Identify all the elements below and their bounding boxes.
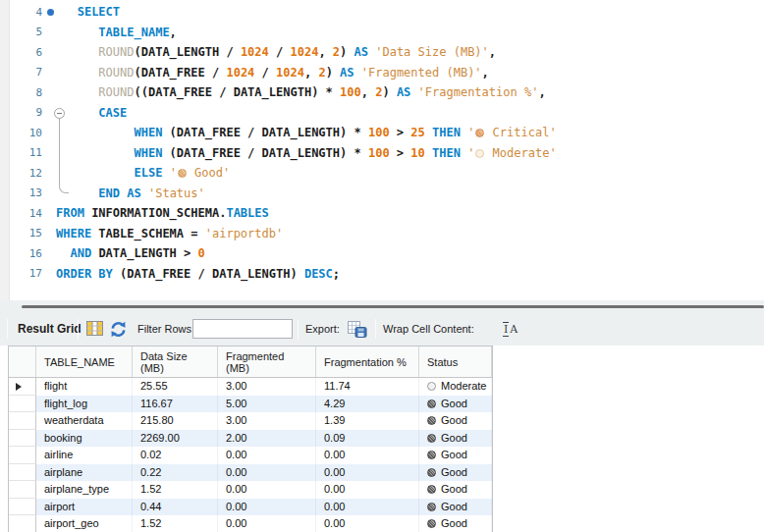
fold-guide-line-icon: [59, 118, 69, 193]
cell-name[interactable]: booking: [36, 430, 133, 448]
code-line[interactable]: 12 ELSE ' Good': [0, 163, 764, 184]
table-row[interactable]: airplane0.220.000.00Good: [9, 464, 492, 482]
cell-fragmentation_pct[interactable]: 0.00: [316, 481, 419, 499]
code-line[interactable]: 9 CASE: [0, 103, 764, 124]
cell-status[interactable]: Good: [419, 464, 492, 482]
cell-name[interactable]: airport_geo: [36, 515, 133, 532]
row-selector[interactable]: [9, 464, 36, 482]
code-line[interactable]: 14FROM INFORMATION_SCHEMA.TABLES: [0, 203, 764, 224]
refresh-icon[interactable]: [110, 321, 127, 340]
code-line[interactable]: 8 ROUND((DATA_FREE / DATA_LENGTH) * 100,…: [0, 82, 764, 103]
column-header[interactable]: Data Size(MB): [133, 346, 218, 377]
cell-data_size[interactable]: 0.22: [133, 464, 218, 482]
cell-name[interactable]: flight_log: [36, 396, 133, 413]
table-row[interactable]: airplane_type1.520.000.00Good: [9, 481, 492, 499]
code-line[interactable]: 5 TABLE_NAME,: [0, 23, 764, 43]
export-icon[interactable]: [348, 321, 367, 340]
cell-fragmented[interactable]: 0.00: [218, 499, 316, 516]
status-text: Good: [441, 449, 467, 460]
row-selector[interactable]: [9, 481, 36, 499]
status-text: Good: [441, 501, 467, 512]
code-line[interactable]: 13 END AS 'Status': [0, 184, 764, 204]
row-selector[interactable]: [9, 412, 36, 430]
cell-name[interactable]: airplane_type: [36, 481, 133, 499]
row-selector[interactable]: [9, 499, 36, 516]
sql-editor[interactable]: 4 SELECT5 TABLE_NAME,6 ROUND(DATA_LENGTH…: [0, 0, 764, 300]
table-row[interactable]: flight_log116.675.004.29Good: [9, 396, 492, 413]
result-grid-header: TABLE_NAMEData Size(MB)Fragmented(MB)Fra…: [9, 346, 492, 378]
column-header[interactable]: Status: [419, 346, 492, 377]
cell-fragmentation_pct[interactable]: 1.39: [316, 412, 419, 430]
cell-fragmented[interactable]: 2.00: [218, 430, 316, 448]
cell-fragmentation_pct[interactable]: 0.09: [316, 430, 419, 448]
code-line[interactable]: 4 SELECT: [0, 2, 764, 23]
status-text: Good: [441, 483, 467, 495]
row-selector[interactable]: [9, 447, 36, 464]
code-line[interactable]: 16 AND DATA_LENGTH > 0: [0, 243, 764, 264]
cell-status[interactable]: Good: [419, 430, 492, 448]
wrap-cell-content-icon[interactable]: IA: [503, 323, 518, 336]
row-selector[interactable]: [9, 515, 36, 532]
table-row[interactable]: airline0.020.000.00Good: [9, 447, 492, 464]
column-header[interactable]: Fragmented(MB): [218, 346, 316, 377]
cell-fragmentation_pct[interactable]: 0.00: [316, 464, 419, 482]
cell-fragmentation_pct[interactable]: 4.29: [316, 396, 419, 413]
code-text: ROUND((DATA_FREE / DATA_LENGTH) * 100, 2…: [56, 85, 546, 99]
code-line[interactable]: 6 ROUND(DATA_LENGTH / 1024 / 1024, 2) AS…: [0, 42, 764, 63]
column-header[interactable]: Fragmentation %: [316, 346, 419, 377]
cell-data_size[interactable]: 0.02: [133, 447, 218, 464]
cell-status[interactable]: Good: [419, 412, 492, 430]
cell-status[interactable]: Moderate: [419, 378, 492, 396]
cell-data_size[interactable]: 1.52: [133, 515, 218, 532]
cell-status[interactable]: Good: [419, 499, 492, 516]
cell-name[interactable]: airplane: [36, 464, 133, 482]
editor-results-splitter[interactable]: [0, 300, 764, 312]
cell-fragmented[interactable]: 0.00: [218, 515, 316, 532]
cell-name[interactable]: weatherdata: [36, 412, 133, 430]
table-row[interactable]: flight25.553.0011.74Moderate: [9, 378, 492, 396]
cell-status[interactable]: Good: [419, 396, 492, 413]
code-line[interactable]: 15WHERE TABLE_SCHEMA = 'airportdb': [0, 224, 764, 244]
cell-name[interactable]: flight: [36, 378, 133, 396]
cell-fragmentation_pct[interactable]: 0.00: [316, 499, 419, 516]
statement-dot-icon: [42, 2, 56, 23]
cell-data_size[interactable]: 25.55: [133, 378, 218, 396]
cell-fragmentation_pct[interactable]: 0.00: [316, 515, 419, 532]
line-number: 8: [0, 86, 42, 99]
table-row[interactable]: weatherdata215.803.001.39Good: [9, 412, 492, 430]
filter-rows-input[interactable]: [192, 319, 293, 339]
cell-data_size[interactable]: 116.67: [133, 396, 218, 413]
column-header[interactable]: TABLE_NAME: [36, 346, 133, 377]
table-row[interactable]: airport0.440.000.00Good: [9, 499, 492, 516]
code-line[interactable]: 7 ROUND(DATA_FREE / 1024 / 1024, 2) AS '…: [0, 63, 764, 83]
cell-data_size[interactable]: 0.44: [133, 499, 218, 516]
cell-fragmented[interactable]: 3.00: [218, 378, 316, 396]
cell-data_size[interactable]: 215.80: [133, 412, 218, 430]
code-line[interactable]: 17ORDER BY (DATA_FREE / DATA_LENGTH) DES…: [0, 264, 764, 285]
splitter-handle[interactable]: [22, 305, 764, 308]
cell-data_size[interactable]: 1.52: [133, 481, 218, 499]
code-text: END AS 'Status': [56, 186, 205, 200]
code-line[interactable]: 11 WHEN (DATA_FREE / DATA_LENGTH) * 100 …: [0, 143, 764, 164]
grid-columns-icon[interactable]: [86, 321, 103, 338]
table-row[interactable]: airport_geo1.520.000.00Good: [9, 515, 492, 532]
cell-status[interactable]: Good: [419, 515, 492, 532]
cell-fragmented[interactable]: 5.00: [218, 396, 316, 413]
cell-fragmented[interactable]: 0.00: [218, 447, 316, 464]
cell-status[interactable]: Good: [419, 481, 492, 499]
cell-status[interactable]: Good: [419, 447, 492, 464]
fold-collapse-icon[interactable]: [42, 103, 56, 124]
cell-name[interactable]: airline: [36, 447, 133, 464]
table-row[interactable]: booking2269.002.000.09Good: [9, 430, 492, 448]
cell-fragmentation_pct[interactable]: 11.74: [316, 378, 419, 396]
row-selector[interactable]: [9, 396, 36, 413]
cell-fragmented[interactable]: 0.00: [218, 464, 316, 482]
row-selector[interactable]: [9, 430, 36, 448]
cell-fragmentation_pct[interactable]: 0.00: [316, 447, 419, 464]
row-selector[interactable]: [9, 378, 36, 396]
cell-name[interactable]: airport: [36, 499, 133, 516]
cell-data_size[interactable]: 2269.00: [133, 430, 218, 448]
code-line[interactable]: 10 WHEN (DATA_FREE / DATA_LENGTH) * 100 …: [0, 123, 764, 143]
cell-fragmented[interactable]: 3.00: [218, 412, 316, 430]
cell-fragmented[interactable]: 0.00: [218, 481, 316, 499]
